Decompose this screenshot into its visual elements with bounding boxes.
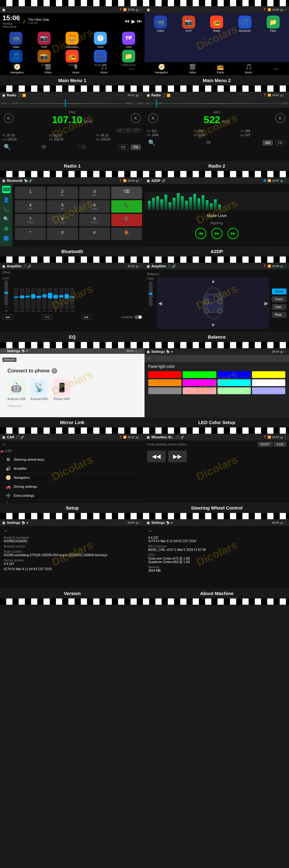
led-color-white[interactable] <box>252 379 285 386</box>
preset-r1-6[interactable]: P6108.00 <box>96 138 142 141</box>
balance-front-btn[interactable]: Front <box>272 296 287 302</box>
settings-ver[interactable]: ⋮ <box>140 521 142 524</box>
setup-item-factory[interactable]: 🔧 Factory settings <box>2 500 142 503</box>
preset-r1-2[interactable]: P290.10 <box>49 134 95 137</box>
home-icon-bal[interactable]: 🏠 <box>147 265 150 268</box>
led-color-lightgreen[interactable] <box>218 388 251 394</box>
preset-r1-5[interactable]: P5108.00 <box>49 138 95 141</box>
steering-reset-btn[interactable]: RESET <box>258 442 272 447</box>
led-color-green[interactable] <box>183 371 216 378</box>
led-color-red[interactable] <box>148 371 182 378</box>
settings-about[interactable]: ⋮ <box>284 521 287 524</box>
preset-r1-1[interactable]: P187.50 <box>2 134 49 137</box>
home-icon-bt[interactable]: 🏠 <box>2 179 6 183</box>
mirror-android-usb[interactable]: 🤖 Android USB <box>7 379 26 401</box>
settings-setup[interactable]: ⋮ <box>140 436 142 439</box>
home-icon-a2dp[interactable]: 🏠 <box>147 179 150 183</box>
dial-key-1[interactable]: 1 <box>15 187 46 199</box>
radio2-search-btn[interactable]: 🔍 <box>148 139 155 146</box>
eq-prev-preset-btn[interactable]: ◀◀ <box>2 315 12 319</box>
mirror-iphone-wifi[interactable]: 📱 iPhone WiFi <box>53 379 70 401</box>
setup-item-extra[interactable]: ➕ Extra settings <box>2 491 142 500</box>
nav-music-mm2[interactable]: 🎵 Music <box>245 63 252 74</box>
balance-up-btn[interactable]: ▲ <box>211 278 216 284</box>
home-icon-ver[interactable]: 🏠 <box>2 521 6 524</box>
settings-led[interactable]: ⋮ <box>284 350 287 353</box>
a2dp-prev-btn[interactable]: ⏮ <box>195 228 206 239</box>
mirror-more-icon[interactable]: ⋮ <box>139 349 142 352</box>
bt-dialpad-icon[interactable]: ⌨ <box>2 186 10 193</box>
balance-left-btn[interactable]: ◀ <box>158 300 162 306</box>
dial-key-2[interactable]: 2ABC <box>47 187 78 199</box>
preset-r1-4[interactable]: P4108.00 <box>2 138 49 141</box>
led-color-blue[interactable] <box>218 371 251 378</box>
home-icon-eq[interactable]: 🏠 <box>2 265 6 268</box>
home-icon-r1[interactable]: 🏠 <box>2 94 6 97</box>
app-avn[interactable]: 🗺 AVN <box>115 32 142 49</box>
eq-flat-btn[interactable]: Flat <box>42 315 52 319</box>
preset-r2-6[interactable]: P6522 <box>240 133 287 137</box>
led-color-lightblue[interactable] <box>252 388 285 394</box>
dial-key-0[interactable]: 0+ <box>47 227 78 240</box>
bt-search-icon[interactable]: 🔍 <box>3 216 9 222</box>
balance-rear-btn[interactable]: Rear <box>272 312 287 318</box>
radio1-tag-af[interactable]: AF <box>117 128 123 132</box>
preset-r2-2[interactable]: P2603 <box>194 129 239 133</box>
radio1-fm-btn[interactable]: FM <box>131 145 141 150</box>
app-video-mm2[interactable]: 📹 Video <box>147 16 174 32</box>
settings-eq[interactable]: ⋮ <box>140 265 142 268</box>
settings-bal[interactable]: ⋮ <box>284 265 287 268</box>
balance-user-btn[interactable]: User <box>272 304 287 310</box>
dial-key-del[interactable]: ⌫ <box>111 187 142 199</box>
app-calculator[interactable]: 🧮 Calculator <box>59 32 86 49</box>
radio2-scan-btn[interactable]: ⟳ <box>206 139 211 146</box>
led-color-cyan[interactable] <box>218 379 251 386</box>
dial-key-3[interactable]: 3DEF <box>79 187 110 199</box>
bt-calls-icon[interactable]: 📞 <box>3 207 9 212</box>
home-icon-mm2[interactable]: 🏠 <box>147 8 150 11</box>
dial-key-hash[interactable]: # <box>79 227 110 240</box>
setup-item-amplifier[interactable]: 🔊 Amplifier <box>2 464 142 473</box>
settings-sw[interactable]: ⋮ <box>284 436 287 439</box>
settings-bt[interactable]: ⋮ <box>140 179 142 182</box>
radio1-am-btn[interactable]: AM <box>118 145 128 150</box>
radio2-prev-btn[interactable]: K <box>148 113 158 123</box>
led-back-icon[interactable]: ← <box>147 356 151 361</box>
radio2-am-btn[interactable]: AM <box>263 140 273 146</box>
app-video[interactable]: 📹 Video <box>2 32 30 49</box>
more-dots-mm1[interactable]: ⋯ <box>129 65 134 72</box>
mirror-android-wifi[interactable]: 📡 Android WiFi <box>30 379 48 401</box>
app-extra-mm2[interactable]: 📁 Files <box>259 16 287 32</box>
ver-back-icon[interactable]: ← <box>4 528 8 533</box>
mirror-back-icon[interactable]: ← <box>2 349 6 353</box>
led-color-orange[interactable] <box>148 379 182 386</box>
loudness-switch[interactable] <box>134 315 142 319</box>
dial-key-8[interactable]: 8TUV <box>47 214 78 226</box>
mirror-help-icon[interactable]: ? <box>52 368 57 374</box>
balance-driver-btn[interactable]: Driver <box>272 288 287 294</box>
nav-video-mm2[interactable]: 🎬 Video <box>189 63 196 74</box>
dial-key-7[interactable]: 7PQRS <box>15 214 46 226</box>
home-icon-mm1[interactable]: 🏠 <box>2 8 6 11</box>
app-radio-mm2[interactable]: 📻 Radio <box>203 16 230 32</box>
preset-r2-3[interactable]: P3999 <box>240 129 287 133</box>
led-color-pink[interactable] <box>183 388 216 394</box>
bt-settings-icon[interactable]: ⚙ <box>4 226 8 231</box>
home-icon-setup[interactable]: 🏠 <box>2 436 6 439</box>
dial-key-9[interactable]: 9WXYZ <box>79 214 110 226</box>
eq-fader-track[interactable] <box>4 280 8 305</box>
radio1-tag-pty[interactable]: PTY <box>132 128 141 132</box>
led-color-magenta[interactable] <box>183 379 216 386</box>
app-dvr[interactable]: 📷 DVR <box>31 32 58 49</box>
app-bt-mm2[interactable]: 🎵 Bluetooth <box>231 16 259 32</box>
bt-bt-icon[interactable]: 🔵 <box>3 235 9 241</box>
play-icon-mm1[interactable]: ▶ <box>131 18 135 24</box>
radio2-next-btn[interactable]: K <box>275 113 285 123</box>
dial-key-end[interactable]: 📵 <box>111 214 142 226</box>
nav-radio-mm2[interactable]: 📻 Radio <box>217 63 224 74</box>
home-icon-r2[interactable]: 🏠 <box>147 94 150 97</box>
preset-r2-1[interactable]: P1522 <box>147 129 193 133</box>
radio1-next-btn[interactable]: K <box>131 113 141 123</box>
eq-next-preset-btn[interactable]: ▶▶ <box>82 315 92 319</box>
preset-r1-3[interactable]: P398.10 <box>96 134 142 137</box>
